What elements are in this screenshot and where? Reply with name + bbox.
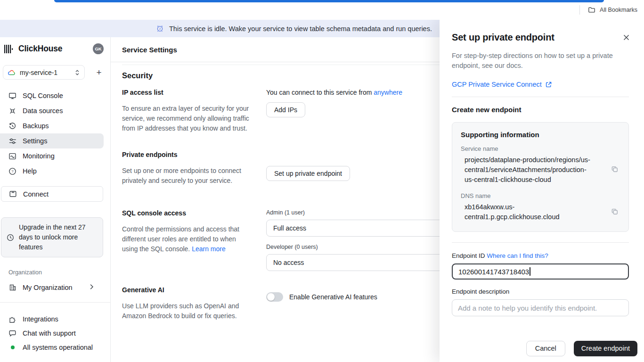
organization-name: My Organization	[23, 284, 73, 291]
chevron-right-icon	[90, 284, 94, 291]
copy-icon[interactable]	[610, 206, 620, 218]
add-service-button[interactable]: +	[92, 66, 106, 79]
console-icon	[8, 92, 16, 100]
browser-toolbar: All Bookmarks	[0, 0, 644, 20]
sidebar-item-integrations[interactable]: Integrations	[0, 312, 110, 326]
add-ips-button[interactable]: Add IPs	[266, 102, 305, 117]
setup-private-endpoint-button[interactable]: Set up private endpoint	[266, 166, 350, 181]
cancel-button[interactable]: Cancel	[526, 341, 565, 356]
generative-ai-description: Use LLM providers such as OpenAI and Ama…	[122, 301, 252, 321]
supporting-information-card: Supporting information Service name proj…	[452, 122, 629, 232]
service-name-label: Service name	[461, 145, 620, 152]
integrations-puzzle-icon	[8, 315, 16, 323]
generative-ai-toggle[interactable]	[266, 292, 283, 302]
endpoint-id-input[interactable]: 102600141743718403	[452, 263, 629, 280]
connect-icon	[9, 190, 17, 198]
sidebar-item-help[interactable]: ? Help	[0, 164, 110, 179]
alarm-icon: z	[156, 25, 164, 33]
endpoint-id-value: 102600141743718403	[458, 268, 529, 276]
help-icon: ?	[8, 167, 16, 175]
brand-name: ClickHouse	[18, 44, 62, 54]
sidebar: ClickHouse GK my-service-1 +	[0, 37, 111, 362]
status-dot-icon	[8, 344, 16, 352]
monitoring-chart-icon	[8, 152, 16, 160]
text-cursor	[530, 267, 530, 276]
gcp-cloud-icon	[8, 70, 16, 75]
system-status-item[interactable]: All systems operational	[0, 340, 110, 354]
upgrade-notice-text: Upgrade in the next 27 days to unlock mo…	[19, 222, 97, 252]
connect-from-text: You can connect to this service from	[266, 89, 374, 96]
close-icon[interactable]	[621, 32, 632, 44]
gcp-psc-link-label: GCP Private Service Connect	[452, 81, 542, 88]
sidebar-item-label: Settings	[23, 137, 47, 145]
create-endpoint-section-title: Create new endpoint	[452, 106, 629, 114]
sidebar-item-label: Backups	[23, 122, 49, 130]
svg-text:z: z	[159, 27, 161, 30]
sidebar-item-label: Data sources	[23, 107, 63, 115]
sidebar-item-label: SQL Console	[23, 92, 63, 99]
connect-button[interactable]: Connect	[1, 186, 103, 202]
clickhouse-logo-icon	[4, 44, 14, 54]
page-title: Service Settings	[122, 46, 177, 54]
sidebar-item-chat-support[interactable]: Chat with support	[0, 326, 110, 340]
drawer-footer: Cancel Create endpoint	[440, 335, 644, 362]
sidebar-item-my-organization[interactable]: My Organization	[0, 280, 110, 296]
settings-sliders-icon	[8, 137, 16, 145]
folder-icon	[588, 6, 595, 14]
drawer-divider	[452, 97, 629, 97]
drawer-description: For step-by-step directions on how to se…	[452, 51, 614, 71]
chat-bubble-icon	[8, 329, 16, 337]
sidebar-item-label: Chat with support	[23, 329, 76, 337]
supporting-information-title: Supporting information	[461, 131, 620, 139]
private-endpoints-description: Set up one or more endpoints to connect …	[122, 166, 252, 186]
backups-icon	[8, 122, 16, 130]
external-link-icon	[545, 81, 552, 88]
dns-name-label: DNS name	[461, 192, 620, 199]
active-tab-strip[interactable]	[54, 0, 604, 2]
sidebar-divider	[0, 302, 110, 303]
sidebar-item-data-sources[interactable]: Data sources	[0, 103, 110, 118]
endpoint-id-help-link[interactable]: Where can I find this?	[487, 252, 548, 259]
sidebar-item-settings[interactable]: Settings	[0, 133, 104, 148]
organization-building-icon	[8, 284, 16, 292]
generative-ai-title: Generative AI	[122, 286, 252, 294]
clock-icon	[6, 233, 14, 241]
sidebar-item-label: Monitoring	[23, 152, 55, 160]
sidebar-item-monitoring[interactable]: Monitoring	[0, 148, 110, 164]
svg-text:?: ?	[11, 169, 14, 173]
status-label: All systems operational	[23, 344, 93, 351]
setup-private-endpoint-drawer: Set up private endpoint For step-by-step…	[440, 20, 644, 362]
create-endpoint-button[interactable]: Create endpoint	[574, 341, 637, 356]
learn-more-link[interactable]: Learn more	[192, 245, 226, 253]
sidebar-menu: SQL Console Data sources Backups	[0, 88, 110, 179]
bookmarks-divider	[579, 5, 580, 15]
ip-access-title: IP access list	[122, 89, 252, 96]
ip-access-description: To ensure an extra layer of security for…	[122, 104, 252, 133]
admin-access-select[interactable]: Full access	[266, 220, 464, 237]
user-avatar[interactable]: GK	[93, 43, 104, 54]
gcp-psc-docs-link[interactable]: GCP Private Service Connect	[452, 81, 629, 88]
service-name: my-service-1	[20, 69, 57, 76]
endpoint-description-label: Endpoint description	[452, 288, 629, 295]
organization-section-label: Organization	[8, 269, 110, 276]
dns-name-value: xb164akwxw.us-central1.p.gcp.clickhouse.…	[465, 202, 595, 222]
all-bookmarks-button[interactable]: All Bookmarks	[600, 7, 637, 13]
idle-banner-text: This service is idle. Wake your service …	[169, 25, 432, 33]
data-sources-icon	[8, 107, 16, 115]
service-name-value: projects/dataplane-production/regions/us…	[465, 155, 595, 185]
drawer-title: Set up private endpoint	[452, 32, 554, 43]
sidebar-item-sql-console[interactable]: SQL Console	[0, 88, 110, 103]
service-selector[interactable]: my-service-1	[3, 65, 85, 80]
connect-label: Connect	[23, 190, 49, 198]
upgrade-notice[interactable]: Upgrade in the next 27 days to unlock mo…	[1, 217, 103, 257]
developer-access-select[interactable]: No access	[266, 254, 464, 271]
drawer-divider	[452, 242, 629, 243]
sidebar-item-backups[interactable]: Backups	[0, 118, 110, 133]
sql-console-access-title: SQL console access	[122, 209, 252, 217]
chevron-updown-icon	[75, 69, 80, 76]
anywhere-link[interactable]: anywhere	[374, 89, 402, 96]
endpoint-id-label: Endpoint ID	[452, 252, 487, 259]
sidebar-item-label: Integrations	[23, 315, 58, 323]
endpoint-description-input[interactable]	[452, 299, 629, 316]
copy-icon[interactable]	[610, 164, 620, 176]
